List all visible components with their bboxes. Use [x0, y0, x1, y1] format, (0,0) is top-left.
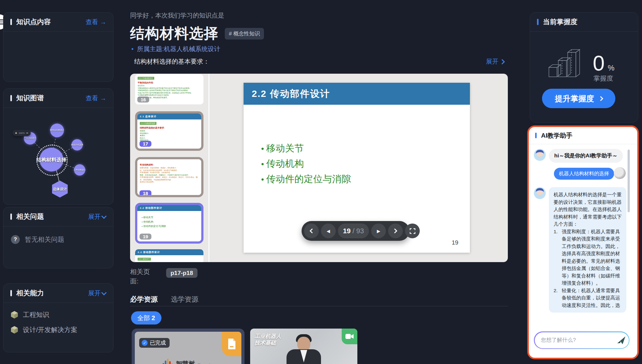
filter-count: 2: [152, 314, 155, 321]
mastery-label: 掌握度: [593, 74, 613, 83]
mastery-unit: %: [608, 64, 614, 72]
panel-title: 相关问题: [16, 212, 88, 221]
zoom-in-button[interactable]: +: [15, 131, 17, 135]
assistant-avatar: [534, 187, 546, 199]
thumb-page-badge: 16: [137, 97, 149, 103]
related-pages-badge[interactable]: p17-p18: [166, 268, 197, 278]
thumbnail-page-19[interactable]: 2.2 传动部件设计 移动关节 传动机构 传动件的定位与消隙 19: [135, 203, 203, 244]
panel-related-questions: 相关问题 展开 ? 暂无相关问题: [3, 207, 113, 268]
tab-optional-resources[interactable]: 选学资源: [171, 295, 198, 304]
ability-label: 设计/开发解决方案: [23, 325, 77, 334]
cube-icon: [11, 326, 18, 334]
knowledge-type-badge: # 概念性知识: [225, 28, 264, 40]
chat-input-container: [534, 331, 629, 349]
video-type-icon: [342, 329, 357, 344]
total-pages: 93: [356, 227, 364, 235]
thumbnail-page-16[interactable]: 2.1.4 平衡系统设计 平衡系统的作用: 保证安全; 可降低因机器人构形变化而…: [135, 74, 203, 104]
panel-title: 当前掌握度: [543, 17, 631, 27]
fullscreen-button[interactable]: [405, 224, 420, 238]
app-root: 知识点内容 查看 → 知识图谱 查看 → 模块化结构设计 平衡系统设计 传动方式: [0, 0, 642, 364]
slide-corner-page-number: 19: [452, 239, 458, 246]
video-caption: 工业机器人 技术基础: [255, 333, 281, 346]
assistant-header: AI教学助手: [529, 127, 637, 144]
logo-bars-icon: [163, 359, 174, 364]
send-icon[interactable]: [616, 335, 626, 345]
cube-icon: [11, 311, 18, 319]
mastery-stairs-icon: [548, 45, 585, 78]
prev-page-button[interactable]: ◀: [321, 224, 336, 238]
view-link[interactable]: 查看 →: [86, 94, 106, 103]
slide-bullet: 移动关节: [261, 141, 351, 156]
graph-node-label: 传动方式选择: [66, 144, 88, 146]
requirement-text: 结构材料选择的基本要求：: [134, 57, 209, 66]
chat-input[interactable]: [540, 337, 614, 344]
filter-all-button[interactable]: 全部 2: [131, 311, 161, 324]
thumb-page-badge: 19: [139, 234, 151, 240]
panel-marker: [10, 95, 12, 101]
panel-marker: [537, 19, 539, 25]
current-page: 19: [343, 227, 350, 235]
logo-text-zh: 智慧树: [176, 360, 195, 364]
expand-requirements-link[interactable]: 展开: [486, 57, 504, 66]
panel-marker: [535, 133, 537, 138]
mastery-value: 0: [593, 51, 605, 75]
expand-link[interactable]: 展开: [88, 213, 106, 221]
expand-link[interactable]: 展开: [88, 289, 106, 298]
graph-center-label: 结构材料选择: [28, 157, 75, 163]
greeting-text: 同学好，本次我们学习的知识点是: [130, 11, 224, 20]
panel-ai-assistant: AI教学助手 hi～我是你的AI教学助手～ 机器人结构材料的选择 机器人结构材料…: [527, 125, 639, 359]
fullscreen-icon: [410, 228, 415, 234]
ability-item: 设计/开发解决方案: [3, 322, 113, 337]
thumb-page-badge: 18: [139, 190, 151, 196]
ability-item: 工程知识: [3, 307, 113, 322]
graph-node-label: 工作结构设计: [69, 169, 90, 171]
panel-title: 知识点内容: [16, 17, 86, 27]
document-type-icon: [222, 332, 241, 356]
slide-bullet: 传动机构: [261, 156, 351, 171]
page-indicator: 19 / 93: [338, 224, 369, 238]
thumbnail-page-18[interactable]: 常用结构材料: 碳素结构钢、合金结构钢：强度好，弹性模量大; 铝、铝合金及其他轻…: [135, 157, 203, 197]
slide-bullet: 传动件的定位与消隙: [261, 171, 351, 187]
page-title: 结构材料选择: [130, 24, 218, 43]
empty-state: ? 暂无相关问题: [3, 226, 113, 253]
panel-current-mastery: 当前掌握度 0 % 掌握度 提升掌握度: [530, 12, 638, 123]
thumb-page-badge: 17: [139, 141, 151, 147]
pdf-viewer: 2.1.4 平衡系统设计 平衡系统的作用: 保证安全; 可降低因机器人构形变化而…: [130, 74, 508, 262]
message-list-item: 1. 强度和刚度：机器人需要具备足够的强度和刚度来承受工作负载和运动力。因此，选…: [554, 228, 622, 287]
status-badge: ✓ 已完成: [139, 338, 170, 348]
panel-marker: [10, 19, 12, 25]
thumbnail-page-17[interactable]: 2.1 总体设计 2.1.5 结构材料选择 结构材料选择的基本要求: 强度高; …: [135, 111, 203, 151]
view-link[interactable]: 查看 →: [86, 18, 106, 26]
tab-required-resources[interactable]: 必学资源: [130, 295, 158, 304]
topic-text: 所属主题:机器人机械系统设计: [137, 45, 220, 52]
assistant-avatar: [534, 149, 546, 161]
panel-marker: [10, 214, 12, 220]
message-list-item: 2. 轻量化：机器人通常需要具备较低的自重，以便提高运动速度和灵活性。因此，选: [554, 287, 622, 309]
assistant-message-long: 机器人结构材料的选择是一个重要的设计决策，它直接影响机器人的性能和功能。在选择机…: [549, 187, 626, 313]
zoom-value: 100%: [18, 132, 24, 135]
slide-header: 2.2 传动部件设计: [244, 83, 470, 105]
rail-divider: [208, 74, 209, 262]
panel-marker: [10, 290, 12, 296]
assistant-message: hi～我是你的AI教学助手～: [549, 149, 623, 163]
panel-knowledge-graph: 知识图谱 查看 → 模块化结构设计 平衡系统设计 传动方式选择 工作结构设计: [3, 88, 113, 205]
improve-mastery-button[interactable]: 提升掌握度: [542, 89, 615, 108]
resource-card-document[interactable]: ✓ 已完成 智慧树 Treenity: [132, 329, 245, 364]
assistant-title: AI教学助手: [541, 131, 572, 140]
message-intro: 机器人结构材料的选择是一个重要的设计决策，它直接影响机器人的性能和功能。在选择机…: [554, 191, 622, 228]
resource-card-video[interactable]: 工业机器人 技术基础: [250, 329, 357, 364]
chat-scrollbar[interactable]: [628, 150, 630, 212]
first-page-button[interactable]: [304, 224, 319, 238]
zoom-out-button[interactable]: −: [26, 131, 28, 135]
knowledge-graph-canvas[interactable]: 模块化结构设计 平衡系统设计 传动方式选择 工作结构设计 结构材料选择 总体设计…: [3, 108, 113, 204]
last-page-button[interactable]: [388, 224, 403, 238]
user-avatar: [614, 167, 626, 179]
ability-label: 工程知识: [23, 310, 49, 319]
thumb-tag: 2.1.4 平衡系统设计: [138, 77, 154, 80]
question-icon: ?: [11, 235, 20, 244]
panel-related-abilities: 相关能力 展开 工程知识 设计/开发解决方案: [3, 283, 113, 352]
graph-node-label: 模块化结构设计: [45, 129, 70, 132]
document-thumbnail: ✓ 已完成 智慧树 Treenity: [135, 332, 241, 364]
next-page-button[interactable]: ▶: [371, 224, 386, 238]
thumbnail-page-20[interactable]: 2.2 传动部件设计 2.2.1 移动关节 移动关节由直线运动机构和在整个运动范…: [135, 249, 203, 262]
